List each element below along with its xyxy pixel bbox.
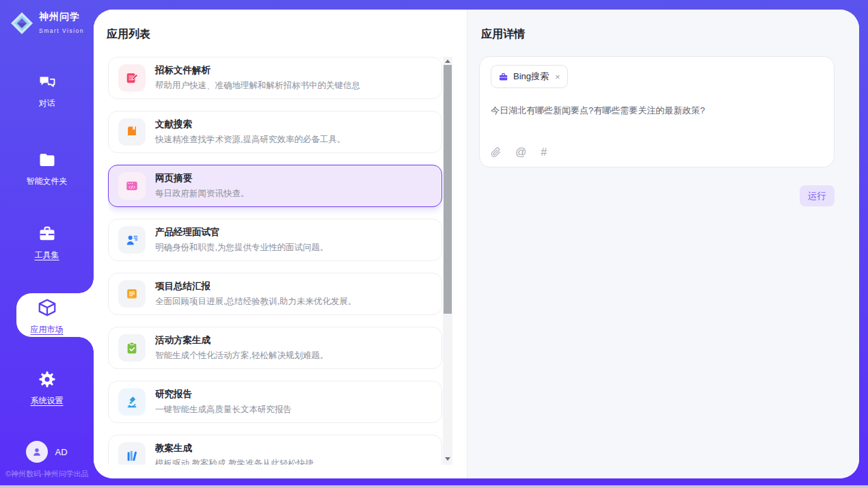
- app-card-lesson-plan[interactable]: 教案生成 模板驱动,教案秒成,教学准备从此轻松快捷: [108, 435, 442, 465]
- document-pen-icon: [118, 64, 146, 92]
- interviewer-icon: [118, 226, 146, 254]
- paperclip-icon[interactable]: [491, 147, 501, 158]
- app-card-research-report[interactable]: 研究报告 一键智能生成高质量长文本研究报告: [108, 381, 442, 423]
- app-list-scrollbar[interactable]: [443, 57, 452, 465]
- chat-icon: [38, 72, 57, 92]
- app-name: 招标文件解析: [155, 64, 360, 77]
- user-avatar-icon: [26, 441, 48, 463]
- scrollbar-down-arrow[interactable]: [443, 455, 452, 463]
- sidebar: 神州问学 Smart Vision 对话 智能文件夹: [0, 0, 94, 485]
- sidebar-item-chat[interactable]: 对话: [0, 72, 94, 109]
- sidebar-item-settings[interactable]: 系统设置: [0, 370, 94, 407]
- app-desc: 模板驱动,教案秒成,教学准备从此轻松快捷: [155, 458, 314, 465]
- sidebar-item-app-market[interactable]: 应用市场: [0, 297, 94, 336]
- run-button[interactable]: 运行: [800, 185, 835, 206]
- app-name: 研究报告: [155, 388, 292, 401]
- scrollbar-thumb[interactable]: [444, 65, 452, 314]
- app-name: 项目总结汇报: [155, 280, 356, 293]
- toolbox-icon: [38, 224, 57, 243]
- folder-icon: [38, 150, 57, 170]
- sidebar-item-toolset[interactable]: 工具集: [0, 224, 94, 261]
- diamond-logo-icon: [10, 11, 34, 36]
- app-card-bid-document-analysis[interactable]: 招标文件解析 帮助用户快速、准确地理解和解析招标书中的关键信息: [108, 57, 442, 99]
- scrollbar-up-arrow[interactable]: [443, 57, 452, 65]
- microscope-icon: [118, 388, 146, 416]
- sidebar-item-label: 对话: [0, 98, 94, 109]
- brand-name: 神州问学: [39, 11, 80, 22]
- app-name: 产品经理面试官: [155, 226, 328, 239]
- app-name: 活动方案生成: [155, 334, 328, 347]
- sidebar-item-smart-folder[interactable]: 智能文件夹: [0, 150, 94, 187]
- window-bottom-edge: [0, 485, 868, 488]
- app-card-pm-interviewer[interactable]: 产品经理面试官 明确身份和职责,为您提供专业性的面试问题。: [108, 219, 442, 261]
- sidebar-item-label: 应用市场: [0, 324, 94, 336]
- app-desc: 快速精准查找学术资源,提高研究效率的必备工具。: [155, 134, 345, 146]
- app-card-web-summary[interactable]: 网页摘要 每日政府新闻资讯快查。: [108, 165, 442, 207]
- app-detail-panel: 应用详情 Bing搜索 × 今日湖北有哪些新闻要点?有哪些需要关注的最新政策?: [467, 10, 859, 478]
- app-card-literature-search[interactable]: 文献搜索 快速精准查找学术资源,提高研究效率的必备工具。: [108, 111, 442, 153]
- app-name: 网页摘要: [155, 172, 249, 185]
- at-icon[interactable]: @: [515, 147, 526, 158]
- app-list-panel: 应用列表 招标文件解析 帮助用户快速、准确地理解和解析招标书中的关键信息: [94, 10, 467, 478]
- app-desc: 智能生成个性化活动方案,轻松解决规划难题。: [155, 350, 328, 362]
- app-name: 文献搜索: [155, 118, 345, 131]
- app-desc: 一键智能生成高质量长文本研究报告: [155, 404, 292, 416]
- app-window: 神州问学 Smart Vision 对话 智能文件夹: [0, 0, 868, 488]
- tool-tag-label: Bing搜索: [513, 70, 549, 83]
- app-desc: 明确身份和职责,为您提供专业性的面试问题。: [155, 242, 328, 254]
- app-list-title: 应用列表: [107, 27, 150, 42]
- active-curve-top: [79, 278, 94, 293]
- clipboard-check-icon: [118, 334, 146, 362]
- tool-tag-bing-search[interactable]: Bing搜索 ×: [491, 65, 568, 88]
- prompt-input[interactable]: Bing搜索 × 今日湖北有哪些新闻要点?有哪些需要关注的最新政策? @ #: [479, 56, 835, 167]
- briefcase-icon: [498, 72, 508, 82]
- book-icon: [118, 118, 146, 146]
- memo-icon: [118, 280, 146, 308]
- app-desc: 帮助用户快速、准确地理解和解析招标书中的关键信息: [155, 80, 360, 92]
- brand-logo: 神州问学 Smart Vision: [10, 10, 94, 36]
- cube-icon: [37, 297, 57, 318]
- app-card-project-summary[interactable]: 项目总结汇报 全面回顾项目进展,总结经验教训,助力未来优化发展。: [108, 273, 442, 315]
- app-name: 教案生成: [155, 442, 314, 455]
- app-desc: 每日政府新闻资讯快查。: [155, 188, 249, 200]
- brand-subtitle: Smart Vision: [39, 27, 84, 34]
- prompt-text[interactable]: 今日湖北有哪些新闻要点?有哪些需要关注的最新政策?: [491, 105, 823, 117]
- browser-code-icon: [118, 172, 146, 200]
- app-list: 招标文件解析 帮助用户快速、准确地理解和解析招标书中的关键信息 文献搜索: [108, 57, 442, 465]
- main-container: 应用列表 招标文件解析 帮助用户快速、准确地理解和解析招标书中的关键信息: [94, 10, 859, 478]
- sidebar-item-label: 工具集: [0, 249, 94, 261]
- books-icon: [118, 442, 146, 465]
- active-curve-bottom: [79, 337, 94, 352]
- sidebar-item-label: 智能文件夹: [0, 176, 94, 187]
- app-desc: 全面回顾项目进展,总结经验教训,助力未来优化发展。: [155, 296, 356, 308]
- close-icon[interactable]: ×: [555, 72, 560, 82]
- hash-icon[interactable]: #: [541, 147, 547, 158]
- copyright-text: ©神州数码·神州问学出品: [5, 469, 89, 479]
- gear-icon: [38, 370, 57, 389]
- composer-toolbar: @ #: [491, 147, 547, 158]
- sidebar-item-label: 系统设置: [0, 395, 94, 407]
- app-detail-title: 应用详情: [481, 27, 525, 42]
- app-card-event-plan[interactable]: 活动方案生成 智能生成个性化活动方案,轻松解决规划难题。: [108, 327, 442, 369]
- user-account[interactable]: AD: [0, 441, 94, 463]
- user-name: AD: [55, 447, 67, 457]
